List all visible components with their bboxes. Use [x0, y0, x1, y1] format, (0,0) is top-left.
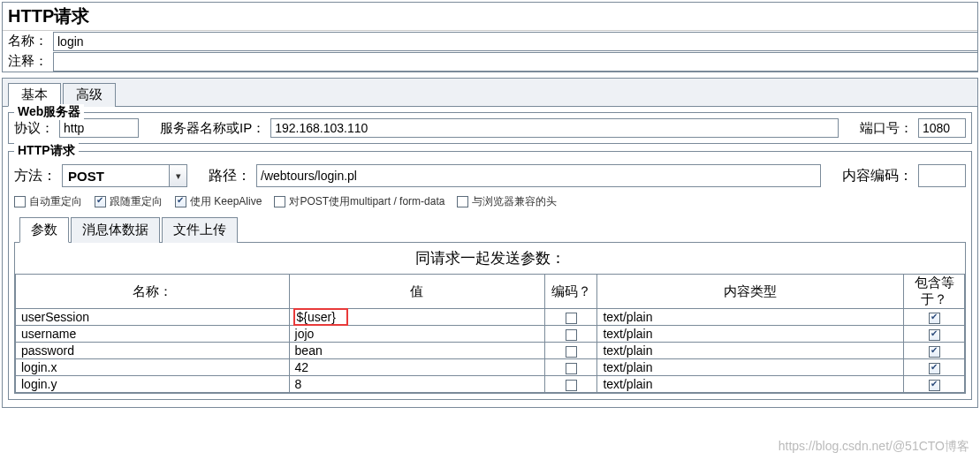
param-name-cell[interactable]: userSession [16, 309, 290, 326]
table-row[interactable]: login.x42text/plain [16, 359, 965, 376]
col-type[interactable]: 内容类型 [597, 275, 904, 309]
param-type-cell[interactable]: text/plain [597, 326, 904, 343]
panel-title: HTTP请求 [3, 3, 977, 31]
table-row[interactable]: usernamejojotext/plain [16, 326, 965, 343]
param-type-cell[interactable]: text/plain [597, 359, 904, 376]
col-encode[interactable]: 编码？ [545, 275, 597, 309]
options-row: 自动重定向 跟随重定向 使用 KeepAlive 对POST使用multipar… [14, 194, 966, 209]
tab-body-data[interactable]: 消息体数据 [71, 217, 160, 243]
table-row[interactable]: login.y8text/plain [16, 376, 965, 393]
check-auto-redirect[interactable]: 自动重定向 [14, 194, 82, 209]
params-title: 同请求一起发送参数： [15, 243, 965, 274]
sampler-header: HTTP请求 名称： 注释： [2, 2, 978, 72]
param-name-cell[interactable]: password [16, 343, 290, 359]
main-tab-bar: 基本 高级 [3, 79, 977, 107]
comment-input[interactable] [53, 52, 977, 72]
param-eq-cell[interactable] [904, 359, 965, 376]
check-multipart[interactable]: 对POST使用multipart / form-data [274, 194, 444, 209]
param-value-cell[interactable]: bean [289, 343, 545, 359]
table-row[interactable]: userSession${user}text/plain [16, 309, 965, 326]
params-panel: 同请求一起发送参数： 名称： 值 编码？ 内容类型 包含等于？ userSess… [14, 242, 966, 394]
path-input[interactable] [256, 164, 821, 187]
param-type-cell[interactable]: text/plain [597, 343, 904, 359]
port-input[interactable] [918, 118, 966, 138]
param-encode-cell[interactable] [545, 376, 597, 393]
http-legend: HTTP请求 [14, 143, 79, 159]
param-value-cell[interactable]: ${user} [289, 309, 545, 326]
check-follow-redirect[interactable]: 跟随重定向 [95, 194, 163, 209]
name-input[interactable] [53, 32, 977, 51]
param-value-cell[interactable]: jojo [289, 326, 545, 343]
body-tabs: 参数 消息体数据 文件上传 [14, 216, 966, 242]
param-type-cell[interactable]: text/plain [597, 309, 904, 326]
encoding-input[interactable] [918, 164, 966, 187]
param-value-cell[interactable]: 8 [289, 376, 545, 393]
server-label: 服务器名称或IP： [160, 120, 265, 137]
params-table[interactable]: 名称： 值 编码？ 内容类型 包含等于？ userSession${user}t… [15, 274, 965, 393]
http-fieldset: HTTP请求 方法： 路径： 内容编码： 自动重定向 跟随重定向 使用 Keep… [8, 151, 972, 400]
col-name[interactable]: 名称： [16, 275, 290, 309]
param-name-cell[interactable]: login.x [16, 359, 290, 376]
method-label: 方法： [14, 167, 57, 185]
protocol-input[interactable] [59, 118, 139, 138]
check-browser-compat[interactable]: 与浏览器兼容的头 [457, 194, 557, 209]
tab-file-upload[interactable]: 文件上传 [162, 217, 238, 243]
param-eq-cell[interactable] [904, 326, 965, 343]
param-value-cell[interactable]: 42 [289, 359, 545, 376]
chevron-down-icon[interactable] [169, 165, 186, 186]
path-label: 路径： [209, 167, 251, 185]
param-eq-cell[interactable] [904, 343, 965, 359]
tab-basic-body: Web服务器 协议： 服务器名称或IP： 端口号： HTTP请求 方法： [3, 107, 977, 407]
tab-basic[interactable]: 基本 [8, 83, 61, 107]
check-keepalive[interactable]: 使用 KeepAlive [175, 194, 262, 209]
col-value[interactable]: 值 [289, 275, 545, 309]
comment-label: 注释： [3, 51, 53, 72]
tab-advanced[interactable]: 高级 [63, 83, 116, 107]
table-row[interactable]: passwordbeantext/plain [16, 343, 965, 359]
name-label: 名称： [3, 31, 53, 51]
main-tabs: 基本 高级 Web服务器 协议： 服务器名称或IP： 端口号： HTTP请求 方… [2, 78, 978, 408]
protocol-label: 协议： [14, 120, 54, 137]
param-eq-cell[interactable] [904, 376, 965, 393]
encoding-label: 内容编码： [842, 167, 913, 185]
param-encode-cell[interactable] [545, 309, 597, 326]
param-type-cell[interactable]: text/plain [597, 376, 904, 393]
method-combo[interactable] [62, 164, 187, 187]
server-input[interactable] [270, 118, 839, 138]
method-value[interactable] [63, 165, 169, 186]
param-encode-cell[interactable] [545, 343, 597, 359]
col-eq[interactable]: 包含等于？ [904, 275, 965, 309]
param-eq-cell[interactable] [904, 309, 965, 326]
tab-params[interactable]: 参数 [19, 217, 69, 243]
param-encode-cell[interactable] [545, 359, 597, 376]
param-name-cell[interactable]: username [16, 326, 290, 343]
param-name-cell[interactable]: login.y [16, 376, 290, 393]
webserver-fieldset: Web服务器 协议： 服务器名称或IP： 端口号： [8, 112, 972, 144]
webserver-legend: Web服务器 [14, 104, 84, 120]
port-label: 端口号： [860, 120, 913, 137]
param-encode-cell[interactable] [545, 326, 597, 343]
